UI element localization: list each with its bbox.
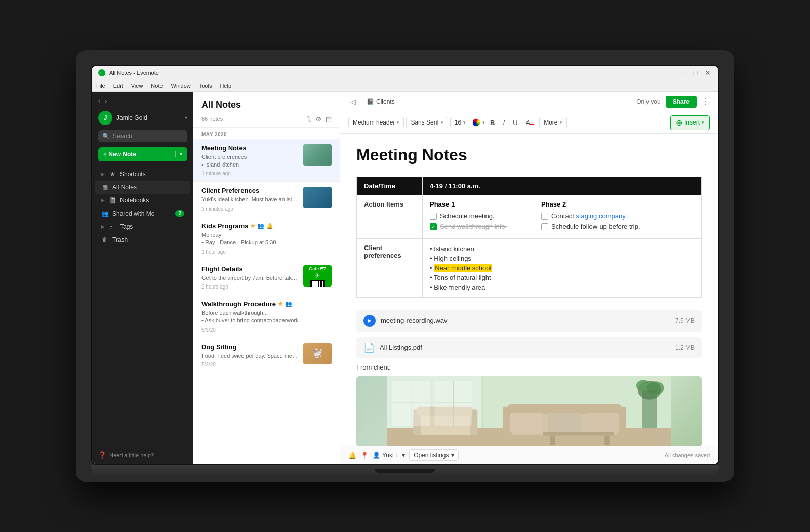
bold-button[interactable]: B	[487, 117, 498, 128]
filter-button[interactable]: ⊘	[316, 115, 321, 123]
svg-point-27	[647, 381, 664, 394]
notes-meta: 86 notes ⇅ ⊘ ▤	[201, 115, 332, 123]
menu-window[interactable]: Window	[171, 83, 191, 89]
avatar: J	[98, 111, 112, 125]
back-to-list-button[interactable]: ◁	[348, 97, 358, 107]
new-note-button[interactable]: + New Note ▾	[98, 147, 187, 161]
laptop-base	[91, 465, 719, 477]
menu-note[interactable]: Note	[151, 83, 163, 89]
close-button[interactable]: ✕	[704, 69, 712, 77]
share-button[interactable]: Share	[666, 96, 697, 108]
more-dropdown[interactable]: More ▾	[539, 117, 566, 128]
sidebar-item-shared[interactable]: 👥 Shared with Me 2	[95, 207, 190, 220]
style-dropdown[interactable]: Medium header ▾	[348, 117, 404, 128]
svg-rect-7	[321, 281, 321, 287]
sidebar-item-trash[interactable]: 🗑 Trash	[95, 233, 190, 247]
phase1-text2: Send walkthrough info.	[440, 223, 507, 230]
svg-rect-5	[317, 281, 318, 287]
size-dropdown-label: 16	[455, 119, 461, 126]
search-box[interactable]: 🔍 Search	[98, 130, 187, 142]
minimize-button[interactable]: ─	[679, 69, 687, 77]
attachment-pdf: 📄 All Listings.pdf 1.2 MB	[356, 337, 702, 358]
menu-tools[interactable]: Tools	[199, 83, 212, 89]
underline-button[interactable]: U	[510, 117, 520, 128]
note-item-kids[interactable]: Kids Programs ★ 👥 🔔 Monday• Ray - Dance …	[193, 217, 340, 260]
user-section[interactable]: J Jamie Gold ▾	[92, 108, 193, 130]
font-dropdown[interactable]: Sans Serif ▾	[406, 117, 448, 128]
note-main-title: Meeting Notes	[356, 146, 702, 165]
phase1-item2: ✓ Send walkthrough info.	[430, 223, 526, 230]
staging-company-link[interactable]: staging company.	[576, 212, 627, 220]
open-listings-button[interactable]: Open listings ▾	[409, 449, 458, 461]
note-item-client-prefs[interactable]: Client Preferences Yuki's ideal kitchen.…	[193, 182, 340, 217]
text-color-button[interactable]: A	[523, 117, 538, 128]
sidebar-item-notebooks[interactable]: ▶ 📓 Notebooks	[95, 194, 190, 207]
menu-view[interactable]: View	[131, 83, 143, 89]
menu-bar: File Edit View Note Window Tools Help	[92, 80, 718, 92]
back-arrow[interactable]: ‹	[98, 97, 101, 105]
share-area: Only you Share ⋮	[636, 96, 710, 108]
location-icon[interactable]: 📍	[360, 452, 369, 459]
color-picker-button[interactable]	[472, 118, 480, 127]
title-bar: E All Notes - Evernote ─ □ ✕	[92, 66, 718, 80]
phase1-cb1[interactable]	[430, 213, 437, 220]
pdf-filesize: 1.2 MB	[675, 344, 695, 351]
client-photo	[356, 376, 702, 446]
prefs-list: Island kitchen High ceilings Near middle…	[430, 244, 694, 292]
from-client-label: From client:	[356, 363, 702, 371]
format-bar: Medium header ▾ Sans Serif ▾ 16 ▾ ▾ B I	[340, 112, 718, 134]
note-content-dog: Dog Sitting Food: Feed twice per day. Sp…	[201, 343, 298, 367]
size-dropdown[interactable]: 16 ▾	[450, 117, 470, 128]
editor-top-toolbar: ◁ 📓 Clients Only you Share ⋮	[340, 92, 718, 112]
phase2-cb1[interactable]	[541, 213, 548, 220]
insert-button[interactable]: ⊕ Insert ▾	[670, 115, 710, 130]
assigned-user-dropdown: ▾	[402, 452, 405, 459]
editor-content[interactable]: Meeting Notes Date/Time 4-19 / 11:00 a.m…	[340, 134, 718, 446]
sidebar-item-all-notes[interactable]: ▦ All Notes	[95, 181, 190, 194]
sidebar-item-tags[interactable]: ▶ 🏷 Tags	[95, 220, 190, 233]
note-item-meeting-notes[interactable]: Meeting Notes Client preferences• Island…	[193, 139, 340, 182]
phase1-cb2[interactable]: ✓	[430, 223, 437, 230]
walkthrough-star-icon: ★	[278, 301, 283, 307]
app-icon: E	[98, 69, 105, 76]
reminder-bell-icon[interactable]: 🔔	[348, 452, 356, 459]
pref-near-school: Near middle school	[430, 263, 694, 273]
note-item-flight[interactable]: Flight Details Get to the airport by 7am…	[193, 260, 340, 295]
maximize-button[interactable]: □	[692, 69, 700, 77]
meeting-table: Date/Time 4-19 / 11:00 a.m. Action Items…	[356, 177, 702, 298]
username: Jamie Gold	[116, 114, 181, 121]
view-button[interactable]: ▤	[326, 115, 332, 123]
play-button[interactable]: ▶	[363, 315, 376, 327]
sidebar-item-shortcuts[interactable]: ▶ ★ Shortcuts	[95, 168, 190, 181]
menu-help[interactable]: Help	[220, 83, 231, 89]
color-dropdown-arrow[interactable]: ▾	[482, 120, 485, 125]
attachment-audio: ▶ meeting-recording.wav 7.5 MB	[356, 310, 702, 332]
note-time-flight: 2 hours ago	[201, 284, 298, 290]
help-section[interactable]: ❓ Need a little help?	[92, 446, 193, 464]
sort-button[interactable]: ⇅	[306, 115, 312, 123]
italic-button[interactable]: I	[500, 117, 508, 128]
new-note-label: + New Note	[103, 151, 136, 158]
assigned-user[interactable]: 👤 Yuki T. ▾	[373, 452, 405, 459]
more-options-button[interactable]: ⋮	[702, 97, 710, 106]
phase2-cb2[interactable]	[541, 223, 548, 230]
open-listings-label: Open listings	[414, 452, 449, 459]
more-dropdown-arrow: ▾	[560, 120, 562, 125]
editor-panel: ◁ 📓 Clients Only you Share ⋮ Medi	[340, 92, 718, 464]
font-dropdown-label: Sans Serif	[411, 119, 438, 126]
datetime-label: Date/Time	[357, 177, 423, 195]
sidebar-shared-label: Shared with Me	[112, 210, 171, 217]
style-dropdown-label: Medium header	[353, 119, 395, 126]
insert-dropdown-arrow: ▾	[702, 120, 704, 125]
forward-arrow[interactable]: ›	[105, 97, 107, 105]
note-item-dog[interactable]: Dog Sitting Food: Feed twice per day. Sp…	[193, 338, 340, 373]
kids-star-icon: ★	[250, 223, 255, 229]
sidebar-notebooks-label: Notebooks	[120, 197, 184, 204]
menu-file[interactable]: File	[96, 83, 105, 89]
menu-edit[interactable]: Edit	[113, 83, 123, 89]
pref-island-kitchen: Island kitchen	[430, 244, 694, 254]
insert-label: Insert	[684, 119, 700, 126]
notebook-selector[interactable]: 📓 Clients	[367, 98, 395, 105]
listings-dropdown-arrow: ▾	[451, 452, 454, 459]
note-item-walkthrough[interactable]: Walkthrough Procedure ★ 👥 Before each wa…	[193, 295, 340, 338]
